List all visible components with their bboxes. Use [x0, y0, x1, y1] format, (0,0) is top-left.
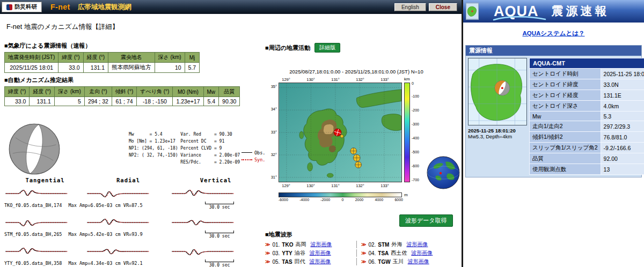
waveform-plot [171, 242, 234, 261]
depth: 10 [155, 63, 185, 73]
mw: 5.4 [203, 97, 219, 106]
aqua-map-cell: 2025-11-25 18:01:20 Mw5.3, Depth=4km [468, 58, 527, 139]
jma-section-title: ■気象庁による震源情報（速報） [4, 42, 200, 50]
lon-tick: 133° [378, 183, 391, 188]
elev-tick: 2000 [355, 198, 364, 202]
row-value: 92.00 [601, 153, 644, 164]
aqua-cmt-header: AQUA-CMT [530, 58, 644, 69]
fnet-subtitle: 広帯域地震観測網 [78, 3, 131, 12]
activity-section-header: ■周辺の地震活動 詳細版 [265, 43, 340, 53]
depth-tick: 0 [412, 81, 414, 85]
waveform-image-link[interactable]: 波形画像 [411, 249, 433, 257]
elevation-unit-label: m [404, 192, 408, 197]
jma-col-header: 地震発生時刻 (JST) [5, 53, 58, 63]
scale-bar-icon [205, 202, 234, 204]
mech-depth: 5 [54, 97, 84, 106]
waveform-plot [4, 184, 68, 203]
waveform-amp-vr: Max Amp=5.42e-03 cm VR=93.9 [68, 232, 142, 237]
station-section-title: ■地震波形 [265, 231, 454, 239]
lat-tick: 31° [271, 175, 277, 180]
station-name: 玉川 [393, 258, 404, 265]
station-item: ≫ 03. YTY 油谷 波形画像 [265, 249, 356, 257]
depth-tick: -500 [412, 150, 419, 154]
waveform-image-link[interactable]: 波形画像 [310, 258, 331, 265]
table-row: 走向1/走向2 297.2/29.3 [530, 121, 644, 132]
waveform-image-link[interactable]: 波形画像 [310, 249, 331, 257]
mechanism-table: 緯度 (°) 経度 (°) 深さ (km) 走向 (°) 傾斜 (°) すべり角… [4, 86, 240, 106]
depth-gradient-bar [404, 83, 410, 182]
elev-tick: -2000 [320, 198, 330, 202]
fnet-page: 防災科研 F-net 広帯域地震観測網 English Close F-net … [0, 0, 462, 267]
arrow-marker-icon: ≫ [361, 250, 366, 256]
station-item: ≫ 04. TSA 西土佐 波形画像 [356, 249, 452, 257]
station-code: TAS [282, 259, 292, 265]
elevation-gradient-bar [279, 192, 402, 197]
col-tangential: Tangential [4, 177, 86, 183]
row-label: セントロイド深さ [530, 101, 601, 112]
row-value: 131.1E [601, 90, 644, 101]
waveform-image-link[interactable]: 波形画像 [406, 241, 428, 248]
depth-tick: -200 [412, 108, 419, 112]
station-no: 02. [368, 242, 376, 248]
origin-time: 2025/11/25 18:01 [5, 63, 58, 73]
mech-lat: 33.0 [5, 97, 30, 106]
english-button[interactable]: English [394, 3, 426, 11]
table-row: セントロイド緯度 33.0N [530, 79, 644, 90]
waveform-plot [86, 242, 149, 261]
jma-col-header: 深さ (km) [155, 53, 185, 63]
jma-col-header: 緯度 (°) [58, 53, 83, 63]
mech-col-header: 深さ (km) [54, 87, 84, 97]
waveform-plot [4, 242, 68, 261]
col-vertical: Vertical [171, 177, 261, 183]
aqua-about-link[interactable]: AQUAシステムとは？ [523, 30, 585, 36]
row-value: 76.8/81.0 [601, 132, 644, 143]
waveform-download-button[interactable]: 波形データ取得 [399, 214, 453, 227]
mech-col-header: 経度 (°) [30, 87, 54, 97]
elev-tick: 0 [342, 198, 344, 202]
longitude: 131.1 [83, 63, 108, 73]
close-button[interactable]: Close [429, 3, 457, 11]
lon-tick: 131° [329, 77, 342, 82]
waveform-row: TKO_f0.05.data_BH,174Max Amp=6.05e-03 cm… [4, 184, 261, 210]
jma-col-header: 震央地名 [108, 53, 155, 63]
lon-tick: 130° [304, 77, 317, 82]
station-code: STM [378, 242, 389, 248]
waveform-plot [4, 213, 68, 232]
station-no: 04. [368, 250, 376, 256]
time-scale: 30.0 sec [205, 202, 234, 210]
aqua-event-time: 2025-11-25 18:01:20 [468, 128, 527, 134]
station-no: 06. [368, 259, 376, 265]
waveform-plot [86, 184, 149, 203]
station-code: TGW [378, 259, 390, 265]
table-row: 使用観測点数 13 [530, 164, 644, 175]
row-label: スリップ角1/スリップ角2 [530, 143, 601, 153]
mech-col-header: 緯度 (°) [5, 87, 30, 97]
waveform-image-link[interactable]: 波形画像 [408, 258, 429, 265]
lon-tick: 129° [280, 183, 292, 188]
row-label: セントロイド緯度 [530, 79, 601, 90]
station-no: 03. [272, 250, 280, 256]
depth-colorbar: km 0 -100 -200 -300 -400 -500 -600 -700 [404, 83, 425, 182]
seismicity-map: 129° 130° 131° 132° 133° 35° 34° 33° 32°… [267, 77, 425, 202]
table-row: スリップ角1/スリップ角2 -9.2/-166.6 [530, 143, 644, 153]
waveform-image-link[interactable]: 波形画像 [310, 241, 332, 248]
elev-tick: 4000 [375, 198, 384, 202]
station-name: 外海 [391, 241, 402, 248]
mech-col-header: 傾斜 (°) [112, 87, 136, 97]
mechanism-section-title: ■自動メカニズム推定結果 [4, 76, 240, 84]
beachball-icon [8, 122, 61, 176]
mechanism-section: ■自動メカニズム推定結果 緯度 (°) 経度 (°) 深さ (km) 走向 (°… [4, 76, 240, 106]
depth-tick: -100 [412, 94, 419, 98]
station-item: ≫ 05. TAS 田代 波形画像 [265, 258, 356, 265]
table-row: 傾斜1/傾斜2 76.8/81.0 [530, 132, 644, 143]
waveform-plot [86, 213, 149, 232]
row-value: 5.3 [601, 112, 644, 121]
detail-version-button[interactable]: 詳細版 [314, 43, 340, 53]
row-value: 297.2/29.3 [601, 121, 644, 132]
jma-data-row: 2025/11/25 18:01 33.0 131.1 熊本県阿蘇地方 10 5… [5, 63, 200, 73]
table-row: セントロイド経度 131.1E [530, 90, 644, 101]
strike: 294 ; 32 [84, 97, 112, 106]
row-label: 傾斜1/傾斜2 [530, 132, 601, 143]
station-list: ≫ 01. TKO 高岡 波形画像 ≫ 02. STM 外海 波形画像 ≫ 03… [265, 241, 454, 265]
lat-labels-left: 35° 34° 33° 32° 31° [267, 83, 279, 183]
